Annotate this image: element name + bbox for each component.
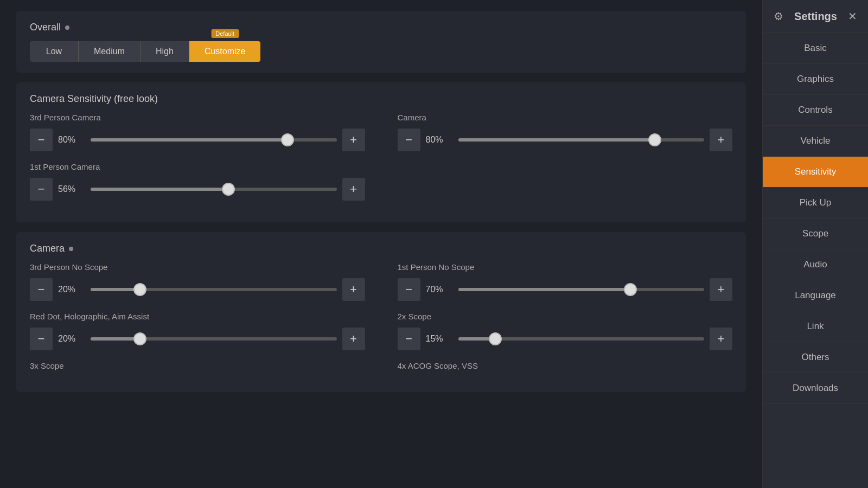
camera-section: Camera 3rd Person No Scope − 20% [16, 232, 746, 392]
quality-btn-medium[interactable]: Medium [79, 41, 141, 62]
camera-sensitivity-section: Camera Sensitivity (free look) 3rd Perso… [16, 82, 746, 222]
sidebar-item-audio[interactable]: Audio [763, 249, 868, 280]
3rd-person-camera-fill [91, 138, 288, 142]
1st-no-scope-row: − 70% + [398, 278, 733, 301]
quality-btn-low[interactable]: Low [30, 41, 79, 62]
slider-group-1st-person-camera: 1st Person Camera − 56% + [30, 162, 365, 201]
sidebar-item-language[interactable]: Language [763, 280, 868, 311]
sidebar-item-sensitivity[interactable]: Sensitivity [763, 157, 868, 188]
sidebar-item-vehicle[interactable]: Vehicle [763, 126, 868, 157]
2x-scope-track-container[interactable] [458, 328, 705, 350]
3rd-person-camera-value: 80% [58, 135, 82, 145]
sidebar-item-graphics[interactable]: Graphics [763, 64, 868, 95]
sidebar-item-basic[interactable]: Basic [763, 33, 868, 64]
sidebar-item-downloads[interactable]: Downloads [763, 373, 868, 404]
customize-label: Customize [205, 47, 246, 56]
3rd-no-scope-track [91, 288, 337, 291]
camera-sensitivity-title-text: Camera Sensitivity (free look) [30, 93, 158, 105]
sidebar: ⚙ Settings ✕ Basic Graphics Controls Veh… [762, 0, 868, 488]
camera-fill [458, 138, 655, 142]
1st-no-scope-minus[interactable]: − [398, 278, 420, 301]
red-dot-fill [91, 337, 140, 341]
3rd-no-scope-value: 20% [58, 285, 82, 294]
quality-btn-customize[interactable]: Default Customize [189, 41, 261, 62]
3rd-no-scope-label: 3rd Person No Scope [30, 262, 365, 272]
sidebar-item-controls[interactable]: Controls [763, 95, 868, 126]
red-dot-value: 20% [58, 334, 82, 344]
gear-icon[interactable]: ⚙ [774, 10, 783, 23]
red-dot-thumb[interactable] [133, 332, 146, 345]
slider-group-2x-scope: 2x Scope − 15% + [398, 312, 733, 350]
1st-person-camera-thumb[interactable] [222, 183, 235, 196]
3rd-no-scope-plus[interactable]: + [342, 278, 365, 301]
1st-person-camera-minus[interactable]: − [30, 178, 53, 201]
red-dot-plus[interactable]: + [342, 328, 365, 350]
camera-section-dot [69, 247, 73, 251]
2x-scope-row: − 15% + [398, 328, 733, 350]
sidebar-header: ⚙ Settings ✕ [763, 0, 868, 33]
1st-no-scope-label: 1st Person No Scope [398, 262, 733, 272]
close-icon[interactable]: ✕ [848, 10, 857, 23]
1st-person-camera-row: − 56% + [30, 178, 365, 201]
3rd-person-camera-thumb[interactable] [281, 133, 294, 146]
3rd-no-scope-track-container[interactable] [91, 278, 337, 301]
camera-sensitivity-title: Camera Sensitivity (free look) [30, 93, 732, 105]
sidebar-title: Settings [794, 10, 837, 23]
3rd-no-scope-minus[interactable]: − [30, 278, 53, 301]
camera-label: Camera [398, 113, 733, 122]
camera-value: 80% [426, 135, 450, 145]
red-dot-row: − 20% + [30, 328, 365, 350]
red-dot-track-container[interactable] [91, 328, 337, 350]
camera-left: 3rd Person No Scope − 20% + [30, 262, 365, 381]
slider-group-3rd-person-camera: 3rd Person Camera − 80% + [30, 113, 365, 151]
camera-thumb[interactable] [648, 133, 661, 146]
2x-scope-track [458, 337, 705, 341]
1st-no-scope-plus[interactable]: + [710, 278, 732, 301]
red-dot-label: Red Dot, Holographic, Aim Assist [30, 312, 365, 321]
camera-sensitivity-right: Camera − 80% + [398, 113, 733, 211]
overall-section: Overall Low Medium High Default Customiz… [16, 11, 746, 73]
1st-person-camera-track-container[interactable] [91, 178, 337, 201]
sidebar-item-others[interactable]: Others [763, 342, 868, 373]
camera-plus[interactable]: + [710, 129, 732, 151]
sidebar-item-scope[interactable]: Scope [763, 219, 868, 249]
camera-minus[interactable]: − [398, 129, 420, 151]
1st-person-camera-value: 56% [58, 184, 82, 194]
2x-scope-thumb[interactable] [489, 332, 502, 345]
3rd-no-scope-row: − 20% + [30, 278, 365, 301]
3rd-no-scope-thumb[interactable] [133, 283, 146, 296]
camera-section-title: Camera [30, 243, 732, 254]
slider-group-3x-scope: 3x Scope [30, 361, 365, 370]
red-dot-minus[interactable]: − [30, 328, 53, 350]
4x-acog-label: 4x ACOG Scope, VSS [398, 361, 733, 370]
camera-right: 1st Person No Scope − 70% + [398, 262, 733, 381]
slider-group-1st-no-scope: 1st Person No Scope − 70% + [398, 262, 733, 301]
camera-section-title-text: Camera [30, 243, 65, 254]
3rd-person-camera-label: 3rd Person Camera [30, 113, 365, 122]
3rd-person-camera-minus[interactable]: − [30, 129, 53, 151]
quality-btn-high[interactable]: High [141, 41, 189, 62]
camera-row: − 80% + [398, 129, 733, 151]
1st-no-scope-thumb[interactable] [624, 283, 637, 296]
main-content: Overall Low Medium High Default Customiz… [0, 0, 762, 488]
1st-no-scope-fill [458, 288, 630, 291]
3rd-no-scope-fill [91, 288, 140, 291]
1st-person-camera-plus[interactable]: + [342, 178, 365, 201]
2x-scope-minus[interactable]: − [398, 328, 420, 350]
overall-title: Overall [30, 22, 732, 33]
default-badge: Default [211, 29, 239, 38]
camera-track [458, 138, 705, 142]
3rd-person-camera-track [91, 138, 337, 142]
camera-track-container[interactable] [458, 129, 705, 151]
3rd-person-camera-track-container[interactable] [91, 129, 337, 151]
sidebar-item-pickup[interactable]: Pick Up [763, 188, 868, 219]
3rd-person-camera-row: − 80% + [30, 129, 365, 151]
1st-person-camera-fill [91, 188, 228, 191]
sidebar-nav: Basic Graphics Controls Vehicle Sensitiv… [763, 33, 868, 488]
1st-no-scope-value: 70% [426, 285, 450, 294]
sidebar-item-link[interactable]: Link [763, 311, 868, 342]
overall-title-text: Overall [30, 22, 61, 33]
3rd-person-camera-plus[interactable]: + [342, 129, 365, 151]
1st-no-scope-track-container[interactable] [458, 278, 705, 301]
2x-scope-plus[interactable]: + [710, 328, 732, 350]
